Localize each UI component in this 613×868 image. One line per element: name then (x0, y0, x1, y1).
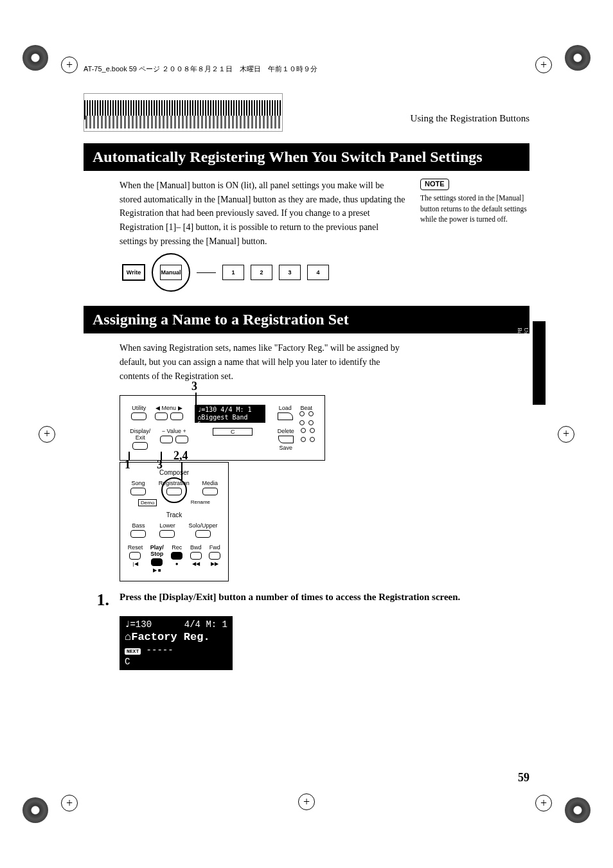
callout-3: 3 (191, 380, 197, 393)
registration-mark (535, 795, 552, 811)
panel-buttons-illustration: Write Manual 1 2 3 4 (84, 253, 529, 292)
crop-disc-tr (565, 45, 591, 71)
crop-disc-bl (22, 797, 48, 823)
paragraph-assign-name: When saving Registration sets, names lik… (84, 341, 407, 383)
keyboard-panel-illustration (84, 93, 283, 132)
lcd-screenshot: ♩=130 4/4 M: 1 ⌂Factory Reg. NEXT ----- … (120, 616, 233, 671)
reg-4-button: 4 (307, 265, 329, 280)
manual-button-illust: Manual (160, 265, 182, 280)
thumb-tab-label: Using the Registration Buttons (517, 328, 529, 398)
crop-disc-br (565, 797, 591, 823)
control-panel-diagram: Utility ◀ Menu ▶ ♩=130 4/4 M: 1 ⌂Biggest… (120, 395, 325, 461)
reg-3-button: 3 (279, 265, 301, 280)
callout-24: 2,4 (173, 449, 188, 463)
registration-mark (298, 793, 315, 810)
reg-1-button: 1 (222, 265, 244, 280)
registration-mark (558, 426, 574, 443)
book-header-line: AT-75_e.book 59 ページ ２００８年８月２１日 木曜日 午前１０時… (84, 64, 529, 74)
lcd-preview: ♩=130 4/4 M: 1 ⌂Biggest Band C (195, 405, 265, 423)
composer-panel-diagram: Composer Song Registration Media Demo Re… (120, 462, 229, 581)
page-number: 59 (518, 771, 529, 784)
registration-mark (61, 795, 78, 811)
step-1-instruction: Press the [Display/Exit] button a number… (120, 590, 529, 610)
section-label: Using the Registration Buttons (411, 113, 529, 124)
note-text: The settings stored in the [Manual] butt… (420, 193, 529, 225)
paragraph-auto-register: When the [Manual] button is ON (lit), al… (84, 179, 407, 248)
thumb-tab (533, 321, 546, 405)
registration-mark (39, 426, 55, 443)
crop-disc-tl (22, 45, 48, 71)
registration-mark (535, 57, 552, 73)
heading-auto-register: Automatically Registering When You Switc… (84, 143, 529, 171)
note-badge: NOTE (420, 179, 449, 190)
write-button-illust: Write (122, 264, 145, 281)
registration-mark (61, 57, 78, 73)
manual-button-circle: Manual (152, 253, 190, 292)
step-number-1: 1. (84, 590, 109, 610)
reg-2-button: 2 (251, 265, 272, 280)
next-badge: NEXT (125, 648, 141, 655)
heading-assign-name: Assigning a Name to a Registration Set (84, 306, 529, 333)
